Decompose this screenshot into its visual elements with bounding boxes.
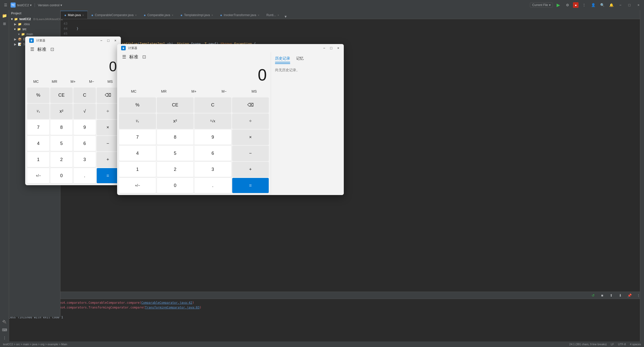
commit-icon[interactable]: ⊞ [1, 20, 8, 27]
sidebar-item-idea[interactable]: ▶ 📁 .idea [9, 22, 60, 27]
calc-small-mc[interactable]: MC [27, 76, 45, 87]
minimize-icon[interactable]: − [617, 2, 624, 9]
calc-small-mminus[interactable]: M− [83, 76, 100, 87]
calc-small-btn-pct[interactable]: % [27, 88, 49, 103]
pin-icon[interactable]: 📌 [626, 292, 633, 299]
tree-root[interactable]: ▾ 📁 testCC2 D:\LearnJAVA\testCC2 [9, 17, 60, 22]
calc-large-minimize-btn[interactable]: − [321, 45, 328, 52]
tab-runti[interactable]: Runti... × [263, 11, 283, 19]
calc-small-ms[interactable]: MS [101, 76, 119, 87]
calc-small-btn-ce[interactable]: CE [50, 88, 73, 103]
maximize-icon[interactable]: □ [626, 2, 633, 9]
stop-console-icon[interactable]: ■ [599, 292, 606, 299]
calc-large-btn-sqrt[interactable]: ²√x [194, 113, 231, 129]
calc-small-btn-5[interactable]: 5 [50, 136, 73, 151]
calc-small-mr[interactable]: MR [46, 76, 63, 87]
calc-small-btn-plusminus[interactable]: +/− [27, 168, 49, 183]
calc-large-btn-5[interactable]: 5 [157, 146, 194, 161]
settings-icon[interactable]: ⚙ [564, 2, 571, 9]
current-file-selector[interactable]: Current File ▾ [530, 3, 553, 8]
calc-large-menu-icon[interactable]: ☰ [121, 53, 127, 61]
search-icon[interactable]: 🔍 [599, 2, 606, 9]
sidebar-item-src[interactable]: ▾ 📁 src [9, 27, 60, 32]
scroll-down-icon[interactable]: ⬇ [617, 292, 624, 299]
calc-small-btn-mul[interactable]: × [97, 120, 119, 135]
tab-comparable[interactable]: ● Comparable.java × [140, 11, 177, 19]
calc-large-btn-1[interactable]: 1 [119, 162, 156, 177]
calc-small-btn-sub[interactable]: − [97, 136, 119, 151]
close-icon[interactable]: × [635, 2, 642, 9]
calc-small-btn-sq[interactable]: x² [50, 104, 73, 119]
calc-small-btn-0[interactable]: 0 [50, 168, 73, 183]
calc-large-btn-sq[interactable]: x² [157, 113, 194, 129]
calc-large-close-btn[interactable]: × [335, 45, 342, 52]
tab-runti-close[interactable]: × [278, 14, 279, 17]
calc-large-mc[interactable]: MC [119, 86, 148, 96]
calc-small-btn-dot[interactable]: . [74, 168, 96, 183]
calc-small-btn-1[interactable]: 1 [27, 152, 49, 167]
scroll-up-icon[interactable]: ⬆ [608, 292, 615, 299]
calc-small-keep-btn[interactable]: ⊡ [49, 46, 55, 53]
plugin-icon[interactable]: 🔌 [1, 318, 8, 325]
user-icon[interactable]: 👤 [590, 2, 597, 9]
calc-small-close-btn[interactable]: × [112, 37, 119, 44]
tab-main-java-close[interactable]: × [82, 14, 84, 17]
project-name[interactable]: testCC2 ▾ [17, 3, 32, 7]
more-icon[interactable]: ⋮ [581, 2, 588, 9]
calc-large-btn-inv[interactable]: ¹⁄ₓ [119, 113, 156, 129]
calc-large-btn-9[interactable]: 9 [194, 130, 231, 145]
calc-large-mr[interactable]: MR [149, 86, 179, 96]
more-vertical-icon[interactable]: ⋯ [1, 334, 8, 341]
calc-large-btn-6[interactable]: 6 [194, 146, 231, 161]
stop-icon[interactable]: ■ [573, 2, 579, 8]
calc-small-btn-backspace[interactable]: ⌫ [97, 88, 119, 103]
tab-templates-impl[interactable]: ● TemplatesImpl.java × [177, 11, 217, 19]
calc-large-mplus[interactable]: M+ [179, 86, 209, 96]
calc-small-btn-7[interactable]: 7 [27, 120, 49, 135]
notification-icon[interactable]: 🔔 [608, 2, 615, 9]
calc-large-btn-pct[interactable]: % [119, 97, 156, 112]
tab-invoker[interactable]: ● InvokerTransformer.java × [217, 11, 263, 19]
rerun-icon[interactable]: ↺ [590, 292, 597, 299]
version-control[interactable]: Version control ▾ [38, 3, 62, 7]
tab-comparable-comparator[interactable]: ● ComparableComparator.java × [88, 11, 140, 19]
calc-large-btn-3[interactable]: 3 [194, 162, 231, 177]
green-run-icon[interactable]: ▶ [555, 2, 562, 9]
tab-main-java[interactable]: ● Main.java × [60, 11, 88, 19]
calc-large-btn-7[interactable]: 7 [119, 130, 156, 145]
tab-more-btn[interactable]: ▾ [283, 14, 289, 19]
history-tab-history[interactable]: 历史记录 [275, 56, 290, 64]
calc-small-maximize-btn[interactable]: □ [105, 37, 112, 44]
tab-c-close[interactable]: × [172, 14, 173, 17]
calc-large-btn-add[interactable]: + [232, 162, 269, 177]
hamburger-icon[interactable]: ☰ [2, 2, 9, 9]
calc-large-mminus[interactable]: M− [210, 86, 239, 96]
calc-small-btn-div[interactable]: ÷ [97, 104, 119, 119]
calc-large-btn-0[interactable]: 0 [157, 178, 194, 193]
folder-icon[interactable]: 📁 [1, 12, 8, 19]
calc-large-btn-8[interactable]: 8 [157, 130, 194, 145]
calc-large-btn-4[interactable]: 4 [119, 146, 156, 161]
sidebar-item-main[interactable]: ▾ 📁 main [9, 32, 60, 37]
calc-large-btn-dot[interactable]: . [194, 178, 231, 193]
calc-large-maximize-btn[interactable]: □ [328, 45, 335, 52]
calc-large-btn-eq[interactable]: = [232, 178, 269, 193]
calc-small-btn-inv[interactable]: ¹⁄ₓ [27, 104, 49, 119]
calc-large-btn-div[interactable]: ÷ [232, 113, 269, 129]
terminal-icon[interactable]: ⌨ [1, 326, 8, 333]
calc-small-minimize-btn[interactable]: − [98, 37, 105, 44]
calc-small-menu-icon[interactable]: ☰ [29, 46, 35, 53]
calc-large-btn-plusminus[interactable]: +/− [119, 178, 156, 193]
calc-large-btn-ce[interactable]: CE [157, 97, 194, 112]
calc-large-btn-sub[interactable]: − [232, 146, 269, 161]
calc-small-btn-c[interactable]: C [74, 88, 96, 103]
calc-large-keep-btn[interactable]: ⊡ [141, 53, 147, 61]
calc-large-btn-c[interactable]: C [194, 97, 231, 112]
calc-large-btn-mul[interactable]: × [232, 130, 269, 145]
calc-small-btn-3[interactable]: 3 [74, 152, 96, 167]
calc-small-btn-9[interactable]: 9 [74, 120, 96, 135]
calc-large-btn-backspace[interactable]: ⌫ [232, 97, 269, 112]
calc-large-btn-2[interactable]: 2 [157, 162, 194, 177]
tab-inv-close[interactable]: × [258, 14, 259, 17]
tab-ti-close[interactable]: × [211, 14, 213, 17]
